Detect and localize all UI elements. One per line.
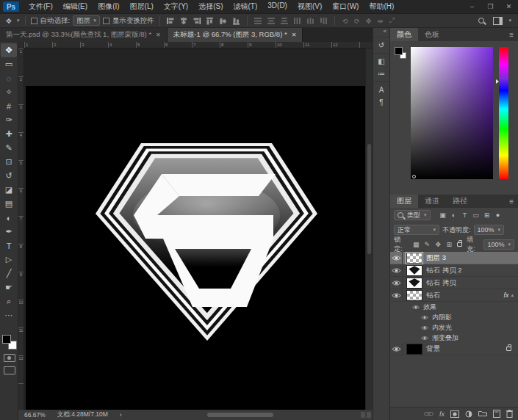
panel-menu-icon[interactable]: ≡ — [505, 195, 518, 208]
layer-thumbnail[interactable] — [406, 278, 422, 289]
layer-thumbnail[interactable] — [406, 344, 422, 355]
lock-artboard-icon[interactable]: ⊞ — [444, 239, 454, 250]
layer-fx-badge[interactable]: fx ▴ — [503, 292, 518, 299]
distribute-right-icon[interactable] — [319, 15, 329, 26]
add-layer-style-icon[interactable]: fx — [439, 410, 445, 418]
screen-mode-button[interactable] — [4, 366, 15, 374]
layer-row-zuanshi-kaobei2[interactable]: 钻石 拷贝 2 — [390, 264, 518, 277]
layer-thumbnail[interactable] — [406, 290, 422, 301]
paragraph-panel-icon[interactable]: ¶ — [374, 96, 389, 109]
hue-slider-marker[interactable] — [496, 79, 499, 84]
healing-brush-tool[interactable]: ✚ — [1, 127, 17, 141]
eraser-tool[interactable]: ◪ — [1, 183, 17, 197]
tab-close-icon[interactable]: ✕ — [292, 32, 297, 38]
menu-item[interactable]: 编辑(E) — [58, 1, 93, 12]
menu-item[interactable]: 文件(F) — [24, 1, 58, 12]
workspace-switcher-icon[interactable] — [492, 15, 503, 26]
tab-close-icon[interactable]: ✕ — [156, 32, 161, 38]
menu-item[interactable]: 窗口(W) — [327, 1, 364, 12]
distribute-top-icon[interactable] — [253, 15, 263, 26]
tab-color[interactable]: 颜色 — [390, 28, 418, 41]
marquee-tool[interactable]: ▭ — [1, 57, 17, 71]
visibility-toggle[interactable] — [390, 289, 403, 301]
layer-row-zuanshi[interactable]: 钻石 fx ▴ — [390, 289, 518, 302]
line-tool[interactable]: ╱ — [1, 267, 17, 280]
distribute-center-icon[interactable] — [306, 15, 316, 26]
menu-item[interactable]: 图层(L) — [125, 1, 159, 12]
layer-row-zuanshi-kaobei[interactable]: 钻石 拷贝 — [390, 277, 518, 289]
lock-position-icon[interactable]: ✥ — [433, 239, 443, 250]
layer-row-tuceng3[interactable]: 图层 3 — [390, 252, 518, 264]
crop-tool[interactable]: # — [1, 99, 17, 113]
expand-panels-icon[interactable]: « — [384, 28, 389, 37]
effects-header-row[interactable]: 效果 — [390, 302, 518, 312]
eyedropper-tool[interactable]: ✑ — [1, 113, 17, 127]
clone-stamp-tool[interactable]: ⊡ — [1, 155, 17, 169]
vertical-scrollbar-thumb[interactable] — [367, 144, 371, 254]
auto-select-dropdown[interactable]: 图层 ▾ — [73, 15, 100, 26]
distribute-left-icon[interactable] — [292, 15, 303, 26]
add-layer-mask-icon[interactable] — [450, 410, 459, 418]
align-left-icon[interactable] — [165, 15, 176, 26]
resize-grip[interactable] — [361, 412, 371, 418]
maximize-button[interactable]: ❐ — [481, 0, 500, 13]
link-layers-icon[interactable] — [424, 410, 434, 417]
history-brush-tool[interactable]: ↺ — [1, 169, 17, 183]
dodge-tool[interactable]: ◐ — [1, 211, 17, 225]
visibility-toggle[interactable] — [390, 277, 403, 289]
saturation-brightness-picker[interactable] — [411, 47, 493, 179]
layer-row-background[interactable]: 背景 — [390, 343, 518, 355]
filter-type-dropdown[interactable]: 类型 ▾ — [394, 210, 431, 220]
character-panel-icon[interactable]: A — [374, 84, 389, 96]
path-selection-tool[interactable]: ▷ — [1, 253, 17, 267]
menu-item[interactable]: 滤镜(T) — [229, 1, 263, 12]
quick-selection-tool[interactable]: ✧ — [1, 85, 17, 99]
3d-roll-icon[interactable]: ⟳ — [352, 15, 362, 26]
tab-layers[interactable]: 图层 — [390, 195, 418, 208]
3d-slide-icon[interactable]: ⇹ — [375, 15, 386, 26]
distribute-middle-icon[interactable] — [266, 15, 276, 26]
show-transform-checkbox[interactable] — [103, 18, 109, 24]
auto-select-checkbox[interactable] — [31, 18, 37, 24]
search-icon[interactable] — [476, 15, 486, 26]
adjustment-layer-icon[interactable] — [465, 410, 472, 418]
vertical-scrollbar[interactable] — [365, 48, 373, 410]
3d-scale-icon[interactable]: ⤢ — [387, 15, 398, 26]
adjustments-panel-icon[interactable]: ◧ — [374, 55, 389, 68]
filter-shape-icon[interactable]: ▭ — [471, 210, 481, 220]
menu-item[interactable]: 3D(D) — [262, 1, 292, 12]
3d-pan-icon[interactable]: ✥ — [364, 15, 374, 26]
layer-thumbnail[interactable] — [406, 253, 422, 264]
minimize-button[interactable]: – — [463, 0, 481, 13]
lasso-tool[interactable]: ◌ — [1, 71, 17, 85]
filter-pixel-icon[interactable]: ▣ — [438, 210, 448, 220]
horizontal-scrollbar-thumb[interactable] — [207, 413, 273, 417]
filter-type-icon[interactable]: T — [460, 210, 470, 220]
delete-layer-icon[interactable] — [506, 410, 513, 418]
hand-tool[interactable]: ☛ — [1, 280, 17, 294]
history-panel-icon[interactable]: ↺ — [374, 39, 389, 51]
visibility-toggle[interactable] — [390, 252, 403, 264]
move-tool[interactable]: ✥ — [1, 43, 17, 57]
document-tab-2[interactable]: 未标题-1 @ 66.7% (图层 3, RGB/8) * ✕ — [168, 28, 303, 42]
tab-paths[interactable]: 路径 — [446, 195, 474, 208]
align-center-h-icon[interactable] — [179, 15, 189, 26]
picker-marker[interactable] — [412, 175, 416, 178]
filter-adjustment-icon[interactable]: ◐ — [449, 210, 459, 220]
toolbar-ellipsis[interactable]: ⋯ — [1, 308, 17, 322]
status-chevron-icon[interactable]: › — [120, 411, 122, 419]
align-top-icon[interactable] — [205, 15, 215, 26]
zoom-level[interactable]: 66.67% — [24, 411, 46, 419]
menu-item[interactable]: 图像(I) — [93, 1, 124, 12]
visibility-toggle[interactable] — [390, 343, 403, 355]
fill-dropdown[interactable]: 100% ▾ — [483, 239, 514, 250]
document-tab-1[interactable]: 第一天.psd @ 33.3%(颜色查找 1, 图层蒙版/8) * ✕ — [0, 28, 168, 42]
type-tool[interactable]: T — [1, 239, 17, 253]
menu-item[interactable]: 视图(V) — [292, 1, 327, 12]
distribute-bottom-icon[interactable] — [279, 15, 289, 26]
align-bottom-icon[interactable] — [231, 15, 242, 26]
close-button[interactable]: ✕ — [500, 0, 518, 13]
menu-item[interactable]: 帮助(H) — [364, 1, 399, 12]
align-center-v-icon[interactable] — [218, 15, 229, 26]
quick-mask-button[interactable] — [4, 354, 15, 362]
